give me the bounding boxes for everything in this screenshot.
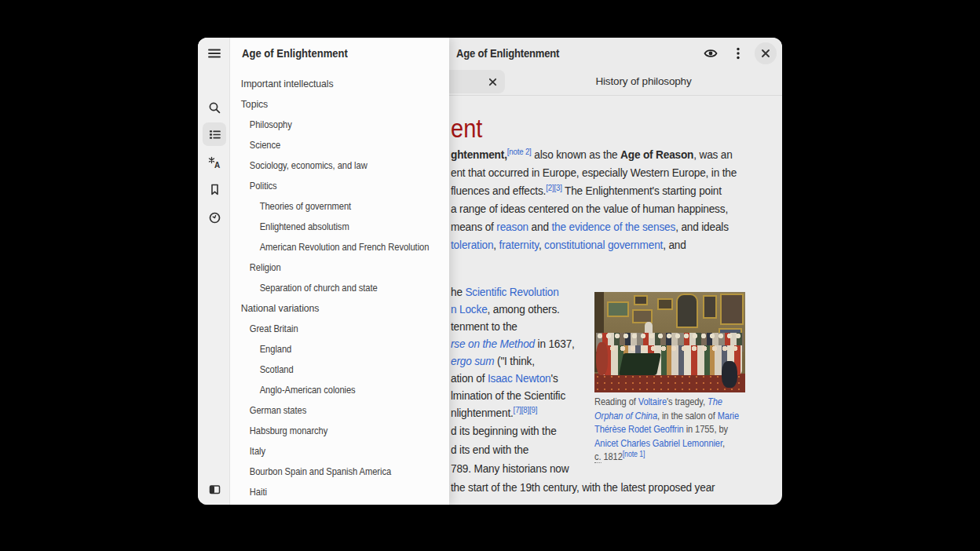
text-segment: the start of the 19th century, with the …	[451, 480, 715, 494]
caption-line: Reading of Voltaire's tragedy, The	[594, 396, 722, 407]
toc-item[interactable]: Habsburg monarchy	[230, 421, 432, 441]
toggle-panel-button[interactable]	[203, 477, 226, 501]
article-line: ergo sum ("I think,	[451, 354, 535, 368]
search-button[interactable]	[203, 96, 226, 119]
text-segment: c.	[594, 451, 601, 463]
article-link[interactable]: Marie	[718, 411, 739, 421]
text-segment: The Enlightenment's starting point	[562, 184, 722, 197]
article-line: d its beginning with the	[451, 424, 557, 438]
tab-history-of-philosophy[interactable]: History of philosophy	[505, 68, 782, 95]
caption-line: Thérèse Rodet Geoffrin in 1755, by	[594, 424, 728, 435]
toc-item[interactable]: Bourbon Spain and Spanish America	[230, 462, 432, 482]
history-button[interactable]	[203, 206, 226, 229]
toc-item[interactable]: Philosophy	[230, 115, 432, 135]
toc-button[interactable]	[203, 122, 226, 146]
article-line: the start of the 19th century, with the …	[451, 480, 715, 494]
search-icon	[208, 101, 221, 115]
text-segment: Age of Reason	[620, 148, 693, 161]
tab-label: History of philosophy	[595, 75, 691, 87]
article-link[interactable]: Anicet Charles Gabriel Lemonnier	[594, 438, 722, 449]
article-link[interactable]: Thérèse Rodet Geoffrin	[594, 424, 684, 435]
menu-dots-icon	[732, 46, 744, 60]
reference-link[interactable]: [2][3]	[546, 183, 561, 192]
article-link[interactable]: the evidence of the senses	[551, 220, 675, 233]
article-link[interactable]: ergo sum	[451, 354, 494, 367]
toc-item[interactable]: England	[230, 339, 432, 359]
text-segment: means of	[451, 220, 496, 233]
eye-button[interactable]	[698, 41, 723, 66]
text-segment: and	[528, 220, 551, 233]
toc-item[interactable]: Topics	[230, 94, 432, 115]
article-line: nlightenment.[7][8][9]	[451, 406, 537, 420]
article-link[interactable]: reason	[496, 220, 528, 233]
toc-item[interactable]: Anglo-American colonies	[230, 380, 432, 400]
toc-item[interactable]: Theories of government	[230, 196, 432, 217]
article-link[interactable]: Orphan of China	[594, 411, 657, 421]
close-icon	[761, 49, 770, 58]
bookmarks-button[interactable]	[203, 177, 226, 201]
reference-link[interactable]: [7][8][9]	[514, 405, 538, 414]
toc-item[interactable]: Politics	[230, 176, 432, 196]
text-segment: ("I think,	[494, 354, 534, 367]
toc-item[interactable]: German states	[230, 400, 432, 421]
article-line: fluences and effects.[2][3] The Enlighte…	[451, 184, 722, 198]
toc-item[interactable]: Religion	[230, 257, 432, 278]
article-link[interactable]: toleration	[451, 238, 493, 251]
text-segment: , and ideals	[675, 220, 729, 233]
menu-button[interactable]	[726, 41, 751, 66]
article-link[interactable]: Scientific Revolution	[465, 285, 558, 298]
toc-item[interactable]: Important intellectuals	[230, 74, 432, 94]
text-segment: lmination of the Scientific	[451, 389, 565, 402]
article-link[interactable]: Voltaire	[638, 396, 667, 407]
article-link[interactable]: constitutional government	[544, 238, 663, 251]
text-segment: ation of	[451, 371, 488, 385]
close-button[interactable]	[755, 42, 777, 64]
toc-item[interactable]: Italy	[230, 441, 432, 462]
reference-link[interactable]: [note 1]	[623, 450, 645, 458]
article-link[interactable]: rse on the Method	[451, 337, 535, 350]
hamburger-icon	[207, 46, 221, 60]
bookmark-icon	[208, 183, 221, 196]
text-segment: ,	[722, 438, 725, 449]
text-segment: nlightenment.	[451, 406, 514, 419]
toc-item[interactable]: Sociology, economics, and law	[230, 155, 432, 176]
reference-link[interactable]: [note 2]	[507, 147, 532, 156]
text-segment: ent that occurred in Europe, especially …	[451, 166, 737, 179]
toc-item[interactable]: Separation of church and state	[230, 278, 432, 298]
toc-item[interactable]: Haiti	[230, 482, 432, 502]
text-segment: ,	[493, 238, 499, 251]
tab-close-icon	[488, 78, 497, 86]
toc-item[interactable]: Scotland	[230, 359, 432, 380]
text-segment: fluences and effects.	[451, 184, 546, 197]
article-line: a range of ideas centered on the value o…	[451, 202, 728, 216]
caption-line: Anicet Charles Gabriel Lemonnier,	[594, 438, 725, 449]
language-icon: A	[208, 156, 221, 170]
languages-button[interactable]: A	[203, 151, 226, 174]
text-segment: 789. Many historians now	[451, 462, 569, 475]
text-segment: in 1755, by	[684, 424, 728, 435]
text-segment: d its end with the	[451, 443, 528, 456]
toc-item[interactable]: Science	[230, 135, 432, 155]
text-segment: 's tragedy,	[667, 396, 708, 407]
sidebar-toggle-icon	[208, 483, 221, 496]
article-line: lmination of the Scientific	[451, 389, 565, 403]
article-line: ent that occurred in Europe, especially …	[451, 166, 737, 180]
main-menu-button[interactable]	[203, 42, 226, 65]
article-link[interactable]: Isaac Newton	[488, 371, 551, 385]
article-line: [10]	[470, 502, 481, 505]
toc-item[interactable]: American Revolution and French Revolutio…	[230, 237, 432, 257]
article-link[interactable]: n Locke	[451, 302, 488, 316]
toc-item[interactable]: Great Britain	[230, 319, 432, 339]
article-link[interactable]: The	[708, 396, 722, 407]
caption-line: Orphan of China, in the salon of Marie	[594, 411, 739, 421]
text-segment: , among others.	[488, 302, 560, 316]
article-line: tenment to the	[451, 319, 517, 334]
toc-item[interactable]: Enlightened absolutism	[230, 217, 432, 237]
text-segment: , and	[663, 238, 686, 251]
app-window: Age of Enlightenment	[198, 38, 782, 505]
tab-close-button[interactable]	[484, 73, 501, 90]
toc-item[interactable]: National variations	[230, 298, 432, 319]
article-line: he Scientific Revolution	[451, 285, 559, 299]
article-line: ghtenment,[note 2] also known as the Age…	[451, 148, 733, 162]
article-link[interactable]: fraternity	[499, 238, 539, 251]
